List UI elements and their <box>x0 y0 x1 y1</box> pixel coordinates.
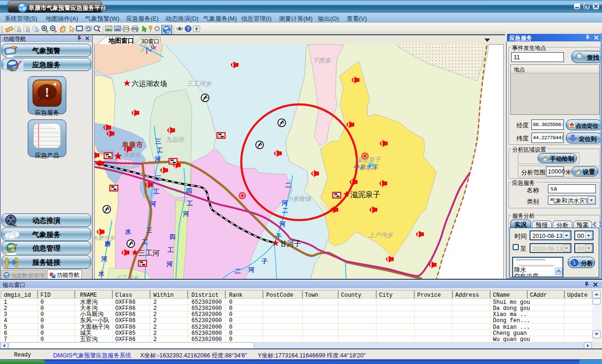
svg-text:阜康市: 阜康市 <box>123 152 141 158</box>
svg-text:东风一小队: 东风一小队 <box>80 317 110 324</box>
svg-text:Da dong gou: Da dong gou <box>493 305 530 312</box>
svg-text:Rank: Rank <box>229 292 243 299</box>
svg-text:二: 二 <box>282 207 288 214</box>
svg-text:河: 河 <box>248 266 254 273</box>
svg-text:二: 二 <box>235 268 241 275</box>
svg-text:工: 工 <box>167 246 174 253</box>
svg-text:磨: 磨 <box>104 240 111 247</box>
svg-text:河: 河 <box>166 261 173 268</box>
svg-text:大面杨子沟: 大面杨子沟 <box>80 324 110 330</box>
svg-text:FID: FID <box>40 292 51 299</box>
svg-text:652302000: 652302000 <box>191 317 222 324</box>
svg-text:Update: Update <box>567 292 587 299</box>
svg-text:三工河: 三工河 <box>138 249 159 257</box>
svg-text:OXFF86: OXFF86 <box>115 324 135 331</box>
svg-text:City: City <box>379 292 393 299</box>
svg-text:7: 7 <box>4 336 7 343</box>
svg-text:652302000: 652302000 <box>191 324 222 331</box>
svg-text:Provice: Provice <box>417 292 441 299</box>
svg-text:小泉牧场: 小泉牧场 <box>286 195 311 202</box>
svg-text:District: District <box>191 292 219 299</box>
svg-text:Wu guan gou: Wu guan gou <box>493 336 530 343</box>
svg-text:三: 三 <box>146 227 152 234</box>
svg-text:CAddr: CAddr <box>530 292 547 299</box>
svg-text:OXFF85: OXFF85 <box>115 330 135 337</box>
svg-text:阜康市: 阜康市 <box>121 141 143 149</box>
svg-text:城关: 城关 <box>80 330 92 336</box>
svg-text:大冬沟: 大冬沟 <box>80 305 98 311</box>
svg-text:五官沟: 五官沟 <box>80 336 98 342</box>
svg-text:三: 三 <box>155 138 161 145</box>
svg-text:工: 工 <box>153 188 159 195</box>
svg-text:1: 1 <box>4 299 7 306</box>
svg-text:2: 2 <box>153 336 157 343</box>
svg-text:2: 2 <box>153 311 157 318</box>
svg-text:滋泥泉子: 滋泥泉子 <box>350 190 380 198</box>
svg-text:河: 河 <box>154 156 161 163</box>
svg-text:0: 0 <box>40 336 44 343</box>
svg-text:OXFF86: OXFF86 <box>115 336 135 343</box>
svg-text:小马厩沟: 小马厩沟 <box>80 311 103 317</box>
svg-text:子: 子 <box>275 233 282 240</box>
svg-text:0: 0 <box>40 317 44 324</box>
svg-text:下西泉: 下西泉 <box>312 57 331 64</box>
svg-text:Within: Within <box>153 292 174 299</box>
svg-text:0: 0 <box>229 324 232 331</box>
svg-text:水: 水 <box>98 270 105 277</box>
svg-text:河: 河 <box>101 255 107 262</box>
svg-text:2: 2 <box>153 305 157 312</box>
svg-text:河: 河 <box>281 199 288 206</box>
svg-text:地图窗口: 地图窗口 <box>108 37 134 44</box>
svg-text:2: 2 <box>4 305 7 312</box>
svg-text:Class: Class <box>115 292 132 299</box>
svg-text:PostCode: PostCode <box>266 292 293 299</box>
svg-text:0: 0 <box>229 330 232 337</box>
svg-text:2: 2 <box>153 330 157 337</box>
svg-text:Town: Town <box>305 292 318 299</box>
svg-text:3D窗口: 3D窗口 <box>141 38 159 45</box>
svg-text:4: 4 <box>4 317 7 324</box>
svg-text:Da mian ...: Da mian ... <box>493 324 530 331</box>
svg-text:?: ? <box>187 26 190 32</box>
svg-text:652302000: 652302000 <box>191 330 222 337</box>
svg-text:Cheng guan: Cheng guan <box>493 330 527 337</box>
svg-text:652302000: 652302000 <box>191 299 222 306</box>
svg-text:0: 0 <box>40 311 44 318</box>
svg-text:工: 工 <box>187 200 193 207</box>
svg-text:0: 0 <box>229 336 232 343</box>
svg-text:工: 工 <box>142 238 148 245</box>
svg-text:Shui mo gou: Shui mo gou <box>493 299 530 306</box>
svg-text:三: 三 <box>155 174 161 182</box>
svg-text:0: 0 <box>229 317 232 324</box>
svg-text:OXFF86: OXFF86 <box>115 305 135 312</box>
svg-text:上户沟乡: 上户沟乡 <box>368 231 393 238</box>
svg-text:RNAME: RNAME <box>80 292 97 299</box>
svg-text:652302000: 652302000 <box>191 311 222 318</box>
svg-text:2: 2 <box>153 324 157 331</box>
svg-text:河: 河 <box>182 210 189 217</box>
svg-text:CName: CName <box>493 292 510 299</box>
svg-text:河: 河 <box>150 200 156 207</box>
svg-text:0: 0 <box>40 305 44 312</box>
svg-text:County: County <box>341 292 361 299</box>
svg-text:2: 2 <box>153 317 157 324</box>
svg-text:Xiao ma ..: Xiao ma .. <box>493 311 527 318</box>
svg-text:子: 子 <box>261 258 268 265</box>
svg-text:甘河子: 甘河子 <box>280 239 301 247</box>
svg-text:6: 6 <box>4 330 7 337</box>
svg-text:!: ! <box>45 84 49 100</box>
svg-text:0: 0 <box>229 299 232 306</box>
svg-text:2: 2 <box>153 299 157 306</box>
svg-text:三工河乡: 三工河乡 <box>116 275 139 279</box>
svg-text:四: 四 <box>169 233 175 240</box>
svg-text:0: 0 <box>40 299 44 306</box>
svg-text:工: 工 <box>157 147 163 154</box>
svg-text:OXFF86: OXFF86 <box>115 299 135 306</box>
svg-text:河: 河 <box>279 221 285 228</box>
svg-text:OXFF86: OXFF86 <box>115 311 135 318</box>
svg-text:六运湖农场: 六运湖农场 <box>132 79 167 87</box>
svg-text:九运街: 九运街 <box>166 136 185 143</box>
svg-text:中新水库: 中新水库 <box>353 164 379 171</box>
svg-text:滋尼泉子: 滋尼泉子 <box>356 156 381 163</box>
svg-text:水: 水 <box>125 228 132 235</box>
